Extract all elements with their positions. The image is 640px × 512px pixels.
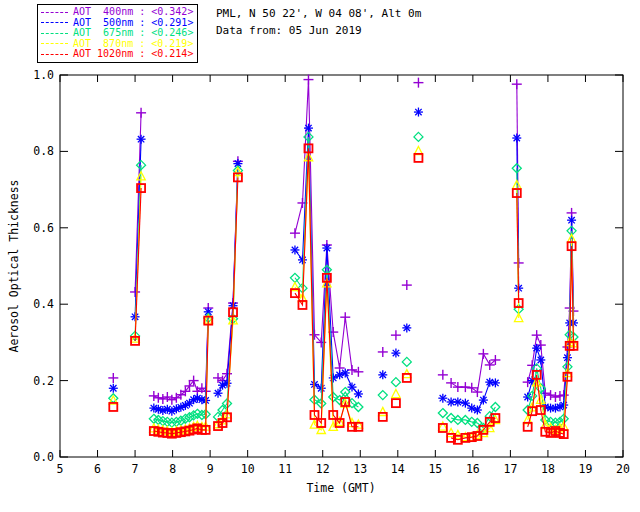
legend-entry-label: AOT 675nm : <0.246> (73, 28, 193, 38)
data-series-layer (108, 75, 578, 444)
legend-line-sample (41, 43, 68, 44)
x-tick-label: 8 (169, 462, 176, 476)
x-tick-label: 5 (57, 462, 64, 476)
legend-entry-label: AOT 870nm : <0.219> (73, 39, 193, 49)
data-date: Data from: 05 Jun 2019 (216, 22, 421, 39)
legend-entry-label: AOT 500nm : <0.291> (73, 18, 193, 28)
series-aot-675nm (109, 132, 578, 432)
y-tick-label: 0.6 (33, 221, 54, 235)
legend-entry: AOT 675nm : <0.246> (41, 28, 193, 39)
series-aot-1020nm (109, 144, 577, 443)
series-aot-500nm (109, 108, 578, 416)
y-tick-label: 1.0 (33, 68, 54, 82)
x-tick-label: 18 (541, 462, 555, 476)
legend-entry: AOT 1020nm : <0.214> (41, 49, 193, 60)
x-axis-label: Time (GMT) (306, 481, 375, 495)
y-tick-label: 0.2 (33, 374, 54, 388)
x-tick-label: 15 (428, 462, 442, 476)
x-tick-label: 13 (353, 462, 367, 476)
x-tick-label: 7 (132, 462, 139, 476)
x-tick-label: 9 (207, 462, 214, 476)
x-tick-label: 6 (94, 462, 101, 476)
plot-header: PML, N 50 22', W 04 08', Alt 0m Data fro… (216, 5, 421, 39)
y-tick-label: 0.0 (33, 450, 54, 464)
x-tick-label: 11 (278, 462, 292, 476)
y-tick-label: 0.8 (33, 144, 54, 158)
x-tick-label: 12 (316, 462, 330, 476)
legend: AOT 400nm : <0.342>AOT 500nm : <0.291>AO… (37, 4, 198, 63)
y-tick-label: 0.4 (33, 297, 54, 311)
legend-entry: AOT 400nm : <0.342> (41, 7, 193, 18)
x-tick-label: 17 (503, 462, 517, 476)
aot-chart: 5678910111213141516171819200.00.20.40.60… (0, 0, 640, 512)
x-tick-label: 20 (616, 462, 630, 476)
series-aot-400nm (108, 75, 578, 405)
legend-entry-label: AOT 1020nm : <0.214> (73, 49, 193, 59)
aot-plot-window: 5678910111213141516171819200.00.20.40.60… (0, 0, 640, 512)
legend-line-sample (41, 33, 68, 34)
x-tick-label: 10 (241, 462, 255, 476)
legend-line-sample (41, 22, 68, 23)
x-tick-label: 16 (466, 462, 480, 476)
series-aot-870nm (109, 147, 578, 441)
legend-entry-label: AOT 400nm : <0.342> (73, 7, 193, 17)
legend-line-sample (41, 54, 68, 55)
y-axis-label: Aerosol Optical Thickness (7, 179, 21, 352)
legend-line-sample (41, 12, 68, 13)
x-tick-label: 14 (391, 462, 405, 476)
station-info: PML, N 50 22', W 04 08', Alt 0m (216, 5, 421, 22)
x-tick-label: 19 (579, 462, 593, 476)
